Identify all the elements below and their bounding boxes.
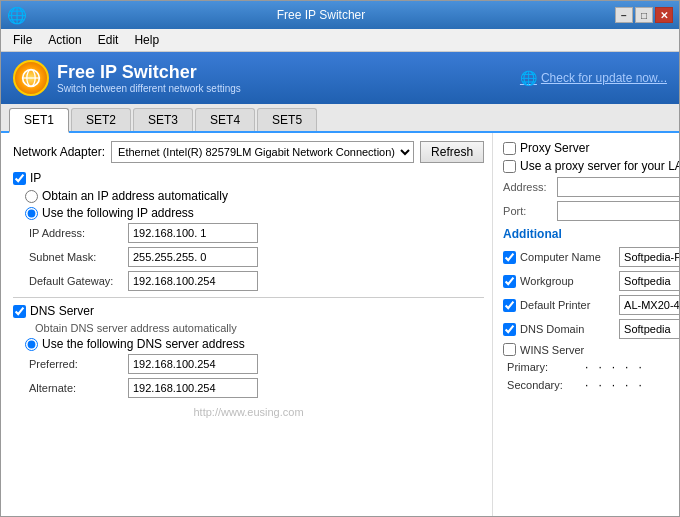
proxy-port-row: Port: — [503, 201, 679, 221]
refresh-button[interactable]: Refresh — [420, 141, 484, 163]
tab-set2[interactable]: SET2 — [71, 108, 131, 131]
alternate-dns-row: Alternate: — [29, 378, 484, 398]
default-printer-checkbox[interactable] — [503, 299, 516, 312]
wins-server-checkbox[interactable] — [503, 343, 516, 356]
use-following-ip-radio[interactable] — [25, 207, 38, 220]
primary-dot-spacer: · — [598, 360, 601, 374]
secondary-dot-spacer: · — [598, 378, 601, 392]
use-proxy-checkbox[interactable] — [503, 160, 516, 173]
title-controls: − □ ✕ — [615, 7, 673, 23]
secondary-dots: · · · · · — [585, 378, 642, 392]
obtain-ip-auto-radio[interactable] — [25, 190, 38, 203]
subnet-mask-row: Subnet Mask: — [29, 247, 484, 267]
maximize-button[interactable]: □ — [635, 7, 653, 23]
ip-checkbox-row: IP — [13, 171, 484, 185]
default-printer-select[interactable]: AL-MX20-4F2527 — [619, 295, 679, 315]
computer-name-label: Computer Name — [520, 251, 615, 263]
preferred-dns-input[interactable] — [128, 354, 258, 374]
ip-address-input[interactable] — [128, 223, 258, 243]
app-title: Free IP Switcher — [57, 62, 241, 83]
close-button[interactable]: ✕ — [655, 7, 673, 23]
main-area: Network Adapter: Ethernet (Intel(R) 8257… — [1, 133, 679, 516]
wins-server-label: WINS Server — [520, 344, 615, 356]
use-proxy-row: Use a proxy server for your LAN — [503, 159, 679, 173]
ip-address-row: IP Address: — [29, 223, 484, 243]
secondary-dot-2: · — [612, 378, 615, 392]
default-gateway-input[interactable] — [128, 271, 258, 291]
title-bar: 🌐 Free IP Switcher − □ ✕ — [1, 1, 679, 29]
update-link-text: Check for update now... — [541, 71, 667, 85]
ip-checkbox[interactable] — [13, 172, 26, 185]
dns-checkbox-row: DNS Server — [13, 304, 484, 318]
secondary-dot-1: · — [585, 378, 588, 392]
workgroup-row: Workgroup — [503, 271, 679, 291]
use-following-dns-row: Use the following DNS server address — [25, 337, 484, 351]
menu-action[interactable]: Action — [40, 31, 89, 49]
proxy-port-label: Port: — [503, 205, 553, 217]
default-gateway-row: Default Gateway: — [29, 271, 484, 291]
alternate-dns-label: Alternate: — [29, 382, 124, 394]
tab-set3[interactable]: SET3 — [133, 108, 193, 131]
tab-set1[interactable]: SET1 — [9, 108, 69, 133]
workgroup-input[interactable] — [619, 271, 679, 291]
app-subtitle: Switch between different network setting… — [57, 83, 241, 94]
proxy-section: Proxy Server Use a proxy server for your… — [503, 141, 679, 221]
secondary-dot-3: · — [638, 378, 641, 392]
workgroup-checkbox[interactable] — [503, 275, 516, 288]
proxy-checkbox[interactable] — [503, 142, 516, 155]
computer-name-input[interactable] — [619, 247, 679, 267]
menu-edit[interactable]: Edit — [90, 31, 127, 49]
secondary-wins-row: Secondary: · · · · · — [507, 378, 679, 392]
workgroup-label: Workgroup — [520, 275, 615, 287]
use-following-dns-radio[interactable] — [25, 338, 38, 351]
right-panel: Proxy Server Use a proxy server for your… — [493, 133, 679, 516]
obtain-ip-auto-label: Obtain an IP address automatically — [42, 189, 228, 203]
dns-domain-label: DNS Domain — [520, 323, 615, 335]
ip-address-label: IP Address: — [29, 227, 124, 239]
primary-dot-2: · — [612, 360, 615, 374]
watermark: http://www.eusing.com — [13, 402, 484, 422]
computer-name-row: Computer Name — [503, 247, 679, 267]
app-window: 🌐 Free IP Switcher − □ ✕ File Action Edi… — [0, 0, 680, 517]
secondary-dot-spacer2: · — [625, 378, 628, 392]
proxy-address-input[interactable] — [557, 177, 679, 197]
computer-name-checkbox[interactable] — [503, 251, 516, 264]
window-title: Free IP Switcher — [27, 8, 615, 22]
adapter-select[interactable]: Ethernet (Intel(R) 82579LM Gigabit Netwo… — [111, 141, 414, 163]
use-following-ip-row: Use the following IP address — [25, 206, 484, 220]
tab-set5[interactable]: SET5 — [257, 108, 317, 131]
proxy-port-input[interactable] — [557, 201, 679, 221]
dns-domain-input[interactable] — [619, 319, 679, 339]
secondary-wins-label: Secondary: — [507, 379, 577, 391]
subnet-mask-input[interactable] — [128, 247, 258, 267]
default-printer-label: Default Printer — [520, 299, 615, 311]
proxy-checkbox-label: Proxy Server — [520, 141, 589, 155]
tab-bar: SET1 SET2 SET3 SET4 SET5 — [1, 104, 679, 133]
menu-help[interactable]: Help — [126, 31, 167, 49]
update-link[interactable]: 🌐 Check for update now... — [520, 70, 667, 86]
proxy-address-label: Address: — [503, 181, 553, 193]
obtain-ip-auto-row: Obtain an IP address automatically — [25, 189, 484, 203]
default-printer-row: Default Printer AL-MX20-4F2527 — [503, 295, 679, 315]
primary-dot-spacer2: · — [625, 360, 628, 374]
primary-dots: · · · · · — [585, 360, 642, 374]
header-text-block: Free IP Switcher Switch between differen… — [57, 62, 241, 94]
dns-checkbox[interactable] — [13, 305, 26, 318]
use-following-ip-label: Use the following IP address — [42, 206, 194, 220]
primary-wins-row: Primary: · · · · · — [507, 360, 679, 374]
additional-section: Additional Computer Name Workgroup Defau… — [503, 227, 679, 392]
primary-wins-label: Primary: — [507, 361, 577, 373]
content-area: SET1 SET2 SET3 SET4 SET5 Network Adapter… — [1, 104, 679, 516]
header-bar: Free IP Switcher Switch between differen… — [1, 52, 679, 104]
dns-domain-row: DNS Domain — [503, 319, 679, 339]
menu-file[interactable]: File — [5, 31, 40, 49]
header-logo: Free IP Switcher Switch between differen… — [13, 60, 241, 96]
preferred-dns-label: Preferred: — [29, 358, 124, 370]
minimize-button[interactable]: − — [615, 7, 633, 23]
dns-section: DNS Server Obtain DNS server address aut… — [13, 304, 484, 398]
dns-domain-checkbox[interactable] — [503, 323, 516, 336]
dns-checkbox-label: DNS Server — [30, 304, 94, 318]
app-logo-icon — [13, 60, 49, 96]
tab-set4[interactable]: SET4 — [195, 108, 255, 131]
alternate-dns-input[interactable] — [128, 378, 258, 398]
